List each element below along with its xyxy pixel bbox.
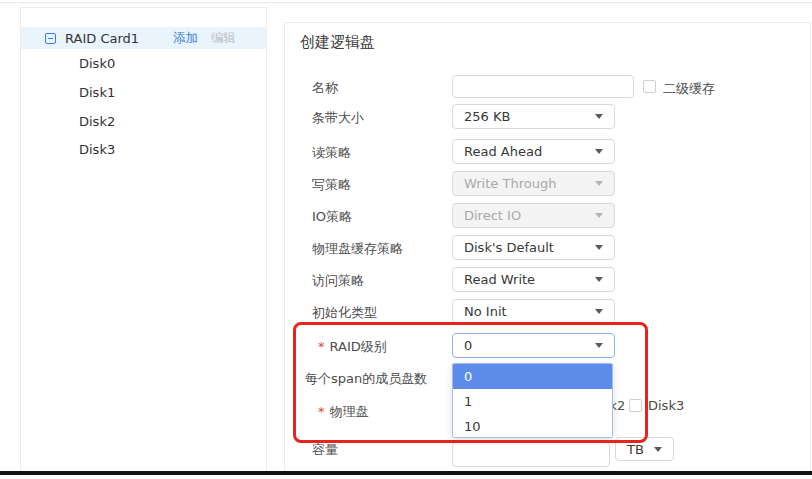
io-policy-select: Direct IO	[452, 203, 615, 228]
name-label: 名称	[312, 79, 338, 97]
tree-node-disk3[interactable]: Disk3	[79, 142, 115, 157]
access-policy-label: 访问策略	[312, 272, 364, 290]
disk3-option[interactable]: Disk3	[629, 398, 684, 413]
collapse-minus-icon[interactable]	[45, 33, 56, 44]
page-top-divider	[0, 2, 812, 3]
read-policy-label: 读策略	[312, 144, 351, 162]
tree-node-disk2[interactable]: Disk2	[79, 114, 115, 129]
init-type-select[interactable]: No Init	[452, 299, 615, 324]
raid-level-select[interactable]: 0	[452, 333, 615, 358]
chevron-down-icon	[595, 213, 603, 218]
init-type-label: 初始化类型	[312, 304, 377, 322]
io-policy-label: IO策略	[312, 208, 352, 226]
add-link[interactable]: 添加	[173, 30, 198, 47]
name-input[interactable]	[452, 75, 634, 98]
chevron-down-icon	[654, 447, 662, 452]
raid-option-0[interactable]: 0	[453, 364, 612, 389]
read-policy-select[interactable]: Read Ahead	[452, 139, 615, 164]
secondary-cache-label: 二级缓存	[663, 80, 715, 98]
chevron-down-icon	[595, 114, 603, 119]
raid-option-10[interactable]: 10	[453, 414, 612, 438]
tree-node-raid-card[interactable]: RAID Card1 添加 编辑	[21, 27, 266, 49]
stripe-size-label: 条带大小	[312, 109, 364, 127]
raid-level-dropdown: 0 1 10	[452, 363, 613, 438]
disk3-checkbox[interactable]	[629, 399, 642, 412]
chevron-down-icon	[595, 149, 603, 154]
stripe-size-select[interactable]: 256 KB	[452, 104, 615, 129]
tree-node-label: RAID Card1	[65, 31, 139, 46]
raid-level-label: *RAID级别	[318, 338, 387, 356]
raid-option-1[interactable]: 1	[453, 389, 612, 414]
edit-link[interactable]: 编辑	[211, 30, 236, 47]
page-bottom-border	[0, 471, 812, 475]
required-asterisk: *	[318, 339, 325, 354]
raid-tree-panel: RAID Card1 添加 编辑 Disk0 Disk1 Disk2 Disk3	[20, 7, 267, 471]
physical-disks-label: *物理盘	[318, 403, 369, 421]
disk-cache-policy-select[interactable]: Disk's Default	[452, 235, 615, 260]
page-title: 创建逻辑盘	[300, 33, 375, 52]
capacity-input[interactable]	[452, 442, 610, 467]
capacity-unit-select[interactable]: TB	[615, 437, 674, 461]
secondary-cache-checkbox[interactable]	[643, 80, 656, 93]
access-policy-select[interactable]: Read Write	[452, 267, 615, 292]
tree-node-disk0[interactable]: Disk0	[79, 56, 115, 71]
span-members-label: 每个span的成员盘数	[305, 370, 427, 388]
write-policy-select: Write Through	[452, 171, 615, 196]
disk-cache-policy-label: 物理盘缓存策略	[312, 240, 403, 258]
chevron-down-icon	[595, 181, 603, 186]
tree-node-disk1[interactable]: Disk1	[79, 85, 115, 100]
chevron-down-icon	[595, 245, 603, 250]
required-asterisk: *	[318, 404, 325, 419]
chevron-down-icon	[595, 343, 603, 348]
chevron-down-icon	[595, 277, 603, 282]
capacity-label: 容量	[312, 441, 338, 459]
chevron-down-icon	[595, 309, 603, 314]
write-policy-label: 写策略	[312, 176, 351, 194]
